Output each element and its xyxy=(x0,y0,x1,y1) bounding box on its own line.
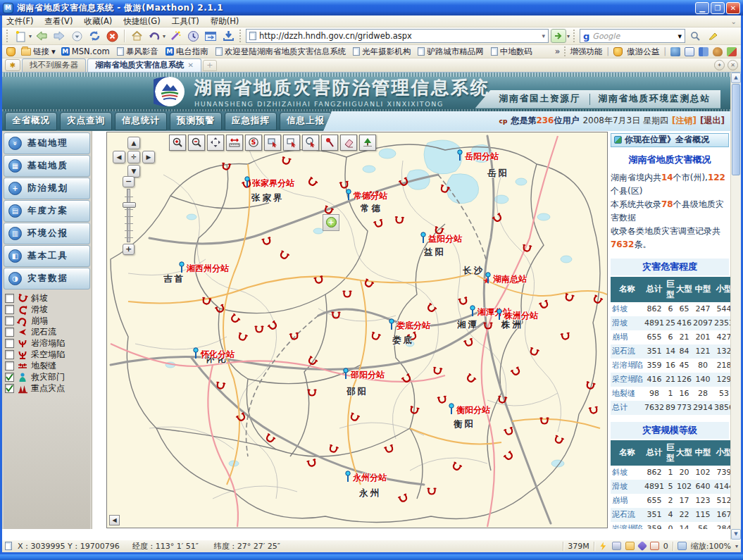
overview-toggle-button[interactable]: + xyxy=(323,214,339,231)
magic-wand-button[interactable] xyxy=(168,28,183,44)
map-scroll-left-button[interactable]: ◀ xyxy=(109,515,120,525)
disaster-marker-icon[interactable] xyxy=(508,364,524,380)
search-box[interactable]: g Google ▾ xyxy=(580,29,685,43)
undo-dropdown[interactable]: ▾ xyxy=(163,33,166,39)
export-map-tool-button[interactable] xyxy=(359,135,376,151)
logout-link[interactable]: [注销] xyxy=(672,115,697,127)
station-衡阳分站[interactable]: 衡阳分站 xyxy=(449,403,490,416)
layer-checkbox[interactable] xyxy=(5,294,14,303)
station-常德分站[interactable]: 常德分站 xyxy=(346,189,387,202)
disaster-marker-icon[interactable] xyxy=(346,410,361,425)
layer-checkbox[interactable] xyxy=(5,316,14,325)
nav-tab-灾点查询[interactable]: 灾点查询 xyxy=(60,112,112,130)
new-tab-button[interactable] xyxy=(13,28,28,44)
popup-blocker-icon[interactable] xyxy=(650,542,659,550)
refresh-button[interactable] xyxy=(87,28,102,44)
link-item[interactable]: 驴路城市精品网 xyxy=(418,46,484,57)
search-magnifier-button[interactable] xyxy=(687,28,703,44)
zoom-handle[interactable] xyxy=(123,202,136,208)
pan-center-button[interactable]: ✛ xyxy=(127,151,140,163)
disaster-marker-icon[interactable] xyxy=(330,310,342,321)
sidebar-section-年度方案[interactable]: ▤年度方案 xyxy=(4,200,90,222)
station-岳阳分站[interactable]: 岳阳分站 xyxy=(457,149,499,163)
tab-close-icon[interactable]: ✕ xyxy=(188,61,194,69)
browser-tab[interactable]: 找不到服务器 xyxy=(22,58,86,72)
disaster-marker-icon[interactable] xyxy=(397,175,412,190)
disaster-marker-icon[interactable] xyxy=(431,364,444,378)
station-张家界分站[interactable]: 张家界分站 xyxy=(244,176,294,189)
disaster-marker-icon[interactable] xyxy=(220,160,233,173)
layer-checkbox[interactable] xyxy=(5,305,14,314)
disaster-marker-icon[interactable] xyxy=(279,154,293,168)
disaster-marker-icon[interactable] xyxy=(266,318,282,334)
tab-close-button[interactable]: ✕ xyxy=(728,60,738,70)
identify-tool-button[interactable] xyxy=(321,135,338,151)
disaster-marker-icon[interactable] xyxy=(342,289,353,300)
disaster-marker-icon[interactable] xyxy=(326,442,341,456)
disaster-marker-icon[interactable] xyxy=(407,404,421,418)
zoom-out-minus-button[interactable]: − xyxy=(123,176,135,187)
disaster-marker-icon[interactable] xyxy=(562,291,576,305)
search-input[interactable]: Google xyxy=(592,32,675,41)
disaster-marker-icon[interactable] xyxy=(456,294,470,309)
zoom-level[interactable]: 缩放:100% xyxy=(691,541,731,552)
layer-checkbox[interactable] xyxy=(5,350,14,359)
sidebar-section-基础地质[interactable]: ▦基础地质 xyxy=(4,155,90,177)
forward-button[interactable] xyxy=(51,28,67,44)
circle-select-tool-button[interactable] xyxy=(302,135,319,151)
window-icon[interactable] xyxy=(685,47,694,56)
station-益阳分站[interactable]: 益阳分站 xyxy=(420,232,462,245)
station-娄底分站[interactable]: 娄底分站 xyxy=(389,318,430,332)
link-item[interactable]: MMSN.com xyxy=(61,46,110,56)
go-button[interactable] xyxy=(551,29,566,43)
disaster-marker-icon[interactable] xyxy=(396,491,411,506)
back-button[interactable] xyxy=(34,28,49,44)
menu-快捷组(G)[interactable]: 快捷组(G) xyxy=(123,16,160,27)
page-resize-icon[interactable] xyxy=(678,542,687,550)
zoom-in-plus-button[interactable]: + xyxy=(123,244,135,255)
exit-link[interactable]: [退出] xyxy=(700,115,725,127)
station-label[interactable]: 张家界分站 xyxy=(252,178,294,189)
pan-up-button[interactable]: ▲ xyxy=(127,137,140,149)
disaster-marker-icon[interactable] xyxy=(482,321,494,332)
station-怀化分站[interactable]: 怀化分站 xyxy=(193,347,235,361)
stop-button[interactable] xyxy=(104,28,120,44)
layer-checkbox[interactable] xyxy=(5,328,14,337)
disaster-marker-icon[interactable] xyxy=(559,330,573,343)
zoom-dropdown-icon[interactable]: ▾ xyxy=(735,543,738,549)
disaster-marker-icon[interactable] xyxy=(254,324,265,335)
disaster-marker-icon[interactable] xyxy=(306,387,318,399)
layer-checkbox[interactable] xyxy=(5,361,14,371)
undo-button[interactable] xyxy=(146,28,162,44)
map-canvas[interactable]: ★岳阳张家界常德益阳吉首长沙湘潭株洲娄底怀化邵阳衡阳永州岳阳分站张家界分站常德分… xyxy=(106,132,608,528)
disaster-marker-icon[interactable] xyxy=(490,211,506,226)
pan-tool-button[interactable] xyxy=(207,135,224,151)
disaster-marker-icon[interactable] xyxy=(213,301,227,316)
home-button[interactable] xyxy=(129,28,144,44)
highlighter-button[interactable] xyxy=(705,28,720,44)
disaster-marker-icon[interactable] xyxy=(539,416,550,427)
tab-tools-button[interactable]: ✦ xyxy=(714,60,725,70)
link-item[interactable]: 中地数码 xyxy=(491,46,532,57)
sidebar-section-基本工具[interactable]: ◧基本工具 xyxy=(4,245,90,267)
station-label[interactable]: 岳阳分站 xyxy=(465,151,499,163)
disaster-marker-icon[interactable] xyxy=(234,410,249,425)
rect-deselect-tool-button[interactable] xyxy=(283,135,300,151)
disaster-marker-icon[interactable] xyxy=(426,486,437,497)
zoom-track[interactable] xyxy=(127,189,130,242)
nav-tab-信息上报[interactable]: 信息上报 xyxy=(280,112,332,130)
link-item[interactable]: 光年摄影机构 xyxy=(353,46,411,57)
zoom-out-tool-button[interactable] xyxy=(188,135,205,151)
station-label[interactable]: 湘西州分站 xyxy=(187,263,229,275)
links-overflow-icon[interactable]: » xyxy=(555,46,560,56)
menu-文件(F)[interactable]: 文件(F) xyxy=(6,16,34,27)
scroll-thumb[interactable] xyxy=(732,84,740,175)
disaster-marker-icon[interactable] xyxy=(304,174,320,190)
station-label[interactable]: 株洲分站 xyxy=(504,310,538,322)
rect-select-tool-button[interactable] xyxy=(264,135,281,151)
books-icon[interactable] xyxy=(699,47,708,56)
screen-capture-button[interactable] xyxy=(203,28,218,44)
sidebar-section-环境公报[interactable]: ▥环境公报 xyxy=(4,223,90,244)
org-link-land-resources[interactable]: 湖南省国土资源厅 xyxy=(499,93,581,105)
scroll-up-icon[interactable]: ▲ xyxy=(731,73,741,83)
